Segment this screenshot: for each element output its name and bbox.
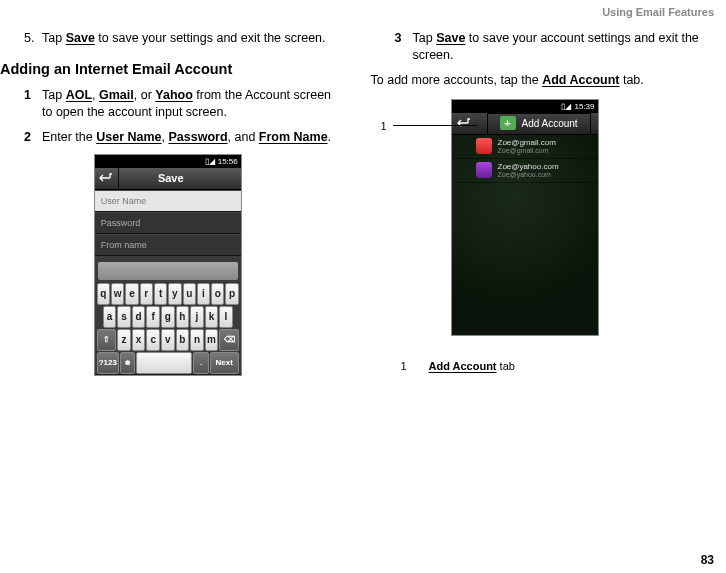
symbols-key[interactable]: ?123 — [97, 352, 119, 374]
emoji-key[interactable]: ☻ — [120, 352, 135, 374]
status-bar: ▯◢ 15:39 — [452, 100, 598, 113]
text: Tap — [42, 31, 66, 45]
step-number: 1 — [24, 87, 42, 121]
key[interactable]: v — [161, 329, 175, 351]
key[interactable]: c — [146, 329, 160, 351]
text: Tap — [42, 88, 66, 102]
phone-screenshot-save: ▯◢ 15:56 Save User Name Password From na… — [94, 154, 242, 376]
key[interactable]: y — [168, 283, 181, 305]
callout-number: 1 — [381, 120, 387, 132]
step-1: 1 Tap AOL, Gmail, or Yahoo from the Acco… — [24, 87, 336, 121]
space-key[interactable] — [136, 352, 192, 374]
left-column: 5. Tap Save to save your settings and ex… — [0, 30, 336, 376]
key[interactable]: u — [183, 283, 196, 305]
key[interactable]: r — [140, 283, 153, 305]
keyboard-row: ⇧ z x c v b n m ⌫ — [95, 329, 241, 351]
account-email: Zoe@gmail.com — [498, 139, 556, 147]
legend-number: 1 — [401, 360, 429, 372]
save-label: Save — [66, 31, 95, 45]
text: . — [328, 130, 331, 144]
step-3: 3 Tap Save to save your account settings… — [395, 30, 707, 64]
title-bar: Save — [95, 168, 241, 190]
key[interactable]: l — [219, 306, 233, 328]
step-text: Tap Save to save your settings and exit … — [42, 30, 336, 47]
password-input[interactable]: Password — [95, 212, 241, 234]
account-row-gmail[interactable]: Zoe@gmail.com Zoe@gmail.com — [452, 135, 598, 159]
backspace-key[interactable]: ⌫ — [219, 329, 238, 351]
key[interactable]: i — [197, 283, 210, 305]
key[interactable]: k — [205, 306, 219, 328]
text: tab. — [619, 73, 643, 87]
account-sub: Zoe@gmail.com — [498, 147, 556, 154]
next-key[interactable]: Next — [210, 352, 239, 374]
phone-screenshot-accounts-wrap: 1 ▯◢ 15:39 + Add Account — [451, 99, 611, 336]
text: , — [92, 88, 99, 102]
step-number: 5. — [24, 30, 42, 47]
text: tab — [497, 360, 515, 372]
step-number: 2 — [24, 129, 42, 146]
key[interactable]: x — [132, 329, 146, 351]
plus-icon: + — [500, 116, 516, 130]
legend-text: Add Account tab — [429, 360, 515, 372]
yahoo-icon — [476, 162, 492, 178]
key[interactable]: n — [190, 329, 204, 351]
accounts-list-background: Zoe@gmail.com Zoe@gmail.com Zoe@yahoo.co… — [452, 135, 598, 335]
text: Enter the — [42, 130, 96, 144]
key[interactable]: f — [146, 306, 160, 328]
back-icon[interactable] — [95, 168, 119, 189]
keyboard-row: a s d f g h j k l — [95, 306, 241, 328]
key[interactable]: g — [161, 306, 175, 328]
signal-icon: ▯◢ — [205, 157, 215, 166]
key[interactable]: s — [117, 306, 131, 328]
on-screen-keyboard: q w e r t y u i o p a s d f g h — [95, 256, 241, 374]
key[interactable]: t — [154, 283, 167, 305]
text: to save your settings and exit the scree… — [95, 31, 326, 45]
key[interactable]: q — [97, 283, 110, 305]
back-icon[interactable] — [452, 113, 476, 134]
key[interactable]: w — [111, 283, 124, 305]
add-account-label: Add Account — [522, 118, 578, 129]
gmail-icon — [476, 138, 492, 154]
account-email: Zoe@yahoo.com — [498, 163, 559, 171]
shift-key[interactable]: ⇧ — [97, 329, 116, 351]
key[interactable]: o — [211, 283, 224, 305]
text: To add more accounts, tap the — [371, 73, 543, 87]
step-text: Tap Save to save your account settings a… — [413, 30, 707, 64]
step-5: 5. Tap Save to save your settings and ex… — [24, 30, 336, 47]
callout-legend: 1 Add Account tab — [401, 360, 707, 372]
key[interactable]: j — [190, 306, 204, 328]
key[interactable]: p — [225, 283, 238, 305]
key[interactable]: m — [205, 329, 219, 351]
account-sub: Zoe@yahoo.com — [498, 171, 559, 178]
callout-line — [393, 125, 477, 126]
add-account-label: Add Account — [542, 73, 619, 87]
text: , and — [228, 130, 259, 144]
step-text: Enter the User Name, Password, and From … — [42, 129, 336, 146]
add-account-label: Add Account — [429, 360, 497, 372]
step-number: 3 — [395, 30, 413, 64]
gmail-label: Gmail — [99, 88, 134, 102]
aol-label: AOL — [66, 88, 92, 102]
key[interactable]: d — [132, 306, 146, 328]
key[interactable]: h — [176, 306, 190, 328]
section-heading: Adding an Internet Email Account — [0, 61, 336, 77]
key[interactable]: a — [103, 306, 117, 328]
keyboard-row: ?123 ☻ . Next — [95, 352, 241, 374]
key[interactable]: b — [176, 329, 190, 351]
screen-title: Save — [119, 172, 241, 184]
add-account-tab[interactable]: + Add Account — [452, 113, 598, 135]
save-label: Save — [436, 31, 465, 45]
username-input[interactable]: User Name — [95, 190, 241, 212]
paragraph: To add more accounts, tap the Add Accoun… — [371, 72, 707, 89]
right-column: 3 Tap Save to save your account settings… — [371, 30, 707, 376]
password-label: Password — [168, 130, 227, 144]
text: , or — [134, 88, 156, 102]
key[interactable]: e — [125, 283, 138, 305]
account-row-yahoo[interactable]: Zoe@yahoo.com Zoe@yahoo.com — [452, 159, 598, 183]
page-header: Using Email Features — [602, 6, 714, 18]
key[interactable]: z — [117, 329, 131, 351]
period-key[interactable]: . — [193, 352, 208, 374]
fromname-input[interactable]: From name — [95, 234, 241, 256]
yahoo-label: Yahoo — [155, 88, 193, 102]
fromname-label: From Name — [259, 130, 328, 144]
